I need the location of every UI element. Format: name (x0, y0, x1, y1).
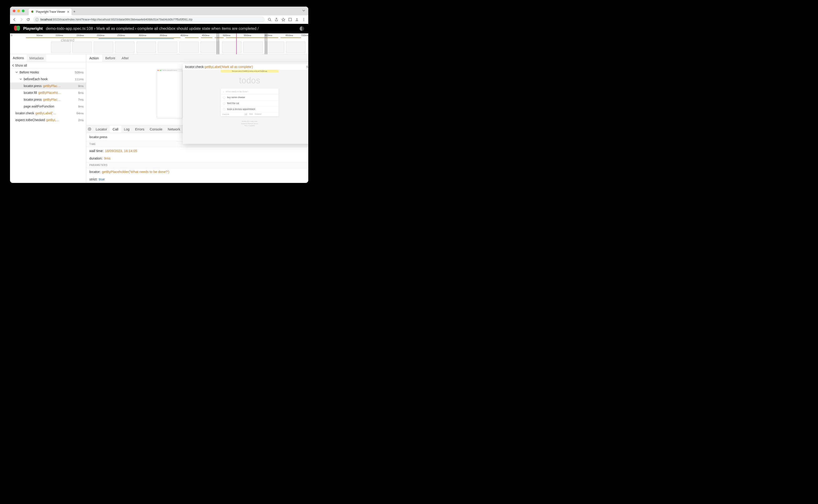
action-row[interactable]: locator.press getByPlac… 7ms (10, 96, 86, 103)
filmstrip-frame[interactable] (72, 42, 92, 53)
kv-locator: locator: getByPlaceholder('What needs to… (86, 168, 308, 175)
overlay-action-duration: 64ms (306, 65, 308, 69)
action-row[interactable]: page.waitForFunction 9ms (10, 103, 86, 110)
svg-point-7 (89, 129, 90, 130)
sidebar-tabs: Actions Metadata (10, 54, 86, 62)
chevron-down-icon (20, 78, 22, 80)
close-window-button[interactable] (13, 10, 15, 12)
tick: 400ms (180, 34, 188, 37)
tick: 650ms (285, 34, 293, 37)
filmstrip-frame[interactable] (222, 42, 241, 53)
minimize-window-button[interactable] (17, 10, 20, 12)
back-button[interactable] (13, 18, 16, 21)
tab-errors[interactable]: Errors (132, 125, 147, 133)
timeline-ruler: 0 50ms 100ms 150ms 200ms 250ms 300ms 350… (10, 33, 308, 37)
tick: 700ms (301, 34, 308, 37)
tab-before[interactable]: Before (102, 54, 118, 62)
tab-action[interactable]: Action (86, 54, 102, 62)
filmstrip-frame[interactable] (158, 42, 177, 53)
breadcrumb: demo-todo-app.spec.ts:108 › Mark all as … (46, 26, 259, 31)
zoom-icon[interactable] (268, 18, 271, 21)
todo-title: todos (239, 76, 260, 85)
todo-card: ⌄ What needs to be done? buy some cheese… (221, 89, 278, 116)
tick: 250ms (117, 34, 125, 37)
timeline[interactable]: 0 50ms 100ms 150ms 200ms 250ms 300ms 350… (10, 33, 308, 54)
kv-strict: strict: true (86, 175, 308, 183)
filmstrip-frame[interactable] (265, 42, 284, 53)
filmstrip-frame[interactable] (94, 42, 113, 53)
filmstrip-frame[interactable] (115, 42, 135, 53)
action-row[interactable]: locator.fill getByPlaceho… 8ms (10, 89, 86, 96)
overlay-action-name: locator.check (185, 65, 204, 69)
action-row[interactable]: beforeEach hook 111ms (10, 76, 86, 82)
tick: 200ms (97, 34, 104, 37)
snapshot-tabs: Action Before After (86, 54, 308, 62)
snapshot-preview[interactable]: https://demo.playwright.dev/todomvc (157, 69, 182, 118)
address-bar[interactable]: i localhost:9323/trace/index.html?trace=… (33, 16, 265, 23)
tick: 500ms (223, 34, 230, 37)
todo-input: ⌄ What needs to be done? (221, 89, 278, 95)
tab-log[interactable]: Log (121, 125, 132, 133)
tick: 550ms (244, 34, 251, 37)
filmstrip-frame[interactable] (243, 42, 263, 53)
tab-network[interactable]: Network (165, 125, 183, 133)
site-info-icon[interactable]: i (35, 18, 39, 21)
overlay-header: locator.check getByLabel('Mark all as co… (183, 64, 308, 70)
action-list: Before Hooks 506ms beforeEach hook 111ms… (10, 69, 86, 183)
action-row[interactable]: Before Hooks 506ms (10, 69, 86, 76)
close-tab-icon[interactable] (67, 11, 69, 13)
svg-rect-1 (289, 18, 291, 21)
kv-wall-time: wall time: 18/09/2023, 16:14:05 (86, 147, 308, 155)
tab-metadata[interactable]: Metadata (27, 54, 46, 62)
playhead[interactable] (236, 33, 237, 54)
forward-button[interactable] (20, 18, 23, 21)
selection-handle-left[interactable] (216, 33, 219, 54)
playwright-logo-icon (14, 26, 20, 32)
filmstrip-frame[interactable] (179, 42, 199, 53)
tab-after[interactable]: After (118, 54, 132, 62)
selection-handle-right[interactable] (265, 33, 267, 54)
svg-point-3 (303, 18, 304, 19)
extensions-icon[interactable] (288, 18, 292, 21)
maximize-window-button[interactable] (22, 10, 25, 12)
chevron-left-icon (12, 64, 14, 67)
tab-actions[interactable]: Actions (10, 54, 27, 62)
svg-point-5 (303, 20, 304, 21)
filmstrip-frame[interactable] (286, 42, 305, 53)
theme-toggle-icon[interactable] (300, 26, 304, 31)
chevron-down-icon (15, 71, 18, 73)
tab-console[interactable]: Console (147, 125, 165, 133)
tab-locator[interactable]: Locator (93, 125, 110, 133)
bookmark-icon[interactable] (281, 18, 285, 21)
tab-call[interactable]: Call (110, 125, 121, 133)
action-row[interactable]: expect.toBeChecked getByL… 2ms (10, 117, 86, 123)
browser-tab[interactable]: Playwright Trace Viewer (29, 8, 72, 15)
chrome-window: Playwright Trace Viewer + i localhost:93… (10, 7, 308, 183)
svg-point-2 (296, 18, 297, 20)
todo-checkbox-icon (223, 96, 225, 99)
filmstrip-frame[interactable] (136, 42, 156, 53)
show-all-button[interactable]: Show all (10, 62, 86, 69)
share-icon[interactable] (275, 18, 278, 21)
traffic-lights (13, 10, 25, 12)
filmstrip-frame[interactable] (51, 42, 70, 53)
snapshot-hover-overlay: locator.check getByLabel('Mark all as co… (183, 64, 308, 144)
overlay-action-locator: getByLabel('Mark all as complete') (205, 65, 253, 69)
tabs-dropdown-icon[interactable] (302, 10, 305, 12)
tick: 300ms (139, 34, 146, 37)
action-row[interactable]: locator.press getByPlac… 9ms (10, 82, 86, 89)
show-all-label: Show all (15, 64, 27, 67)
reload-button[interactable] (26, 18, 30, 21)
todo-item: buy some cheese (221, 95, 278, 100)
svg-point-4 (303, 19, 304, 20)
titlebar: Playwright Trace Viewer + (10, 7, 308, 15)
app-header: Playwright demo-todo-app.spec.ts:108 › M… (10, 24, 308, 33)
tick: 0 (11, 34, 12, 37)
action-row[interactable]: locator.check getByLabel('… 64ms (10, 110, 86, 117)
todomvc-preview: This is just a demo of TodoMVC for testi… (183, 70, 308, 144)
profile-icon[interactable] (295, 18, 299, 21)
target-picker-icon[interactable] (86, 127, 93, 131)
new-tab-button[interactable]: + (73, 10, 75, 14)
menu-icon[interactable] (302, 18, 305, 21)
todo-item: book a doctors appointment (221, 106, 278, 112)
